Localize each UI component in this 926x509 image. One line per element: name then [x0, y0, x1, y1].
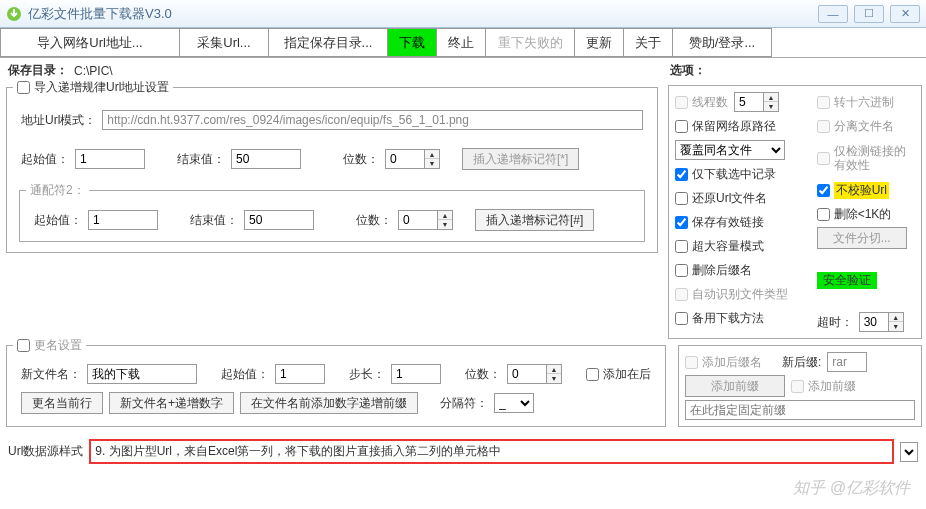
digits1-label: 位数：: [343, 151, 379, 168]
append-after-checkbox[interactable]: [586, 368, 599, 381]
watermark: 知乎 @亿彩软件: [793, 478, 910, 499]
new-ext-input[interactable]: [827, 352, 867, 372]
rename-fieldset: 更名设置 新文件名： 起始值： 步长： 位数： ▲▼ 添加在后 更名当前行 新文…: [6, 345, 666, 427]
restore-name-checkbox[interactable]: [675, 192, 688, 205]
rename-enable-checkbox[interactable]: [17, 339, 30, 352]
sep-select[interactable]: _: [494, 393, 534, 413]
timeout-spinner[interactable]: ▲▼: [859, 312, 904, 332]
digits1-spinner[interactable]: ▲▼: [385, 149, 440, 169]
end2-input[interactable]: [244, 210, 314, 230]
window-title: 亿彩文件批量下载器V3.0: [28, 5, 818, 23]
wildcard2-legend: 通配符2：: [26, 182, 89, 199]
about-button[interactable]: 关于: [623, 28, 673, 57]
datasource-row: Url数据源样式 9. 为图片型Url，来自Excel第一列，将下载的图片直接插…: [0, 431, 926, 472]
window-buttons: — ☐ ✕: [818, 5, 920, 23]
start1-label: 起始值：: [21, 151, 69, 168]
redownload-button[interactable]: 重下失败的: [485, 28, 575, 57]
to-hex-checkbox: [817, 96, 830, 109]
save-dir-label: 保存目录：: [8, 62, 68, 79]
newname-input[interactable]: [87, 364, 197, 384]
collect-url-button[interactable]: 采集Url...: [179, 28, 269, 57]
rn-step-label: 步长：: [349, 366, 385, 383]
datasource-value: 9. 为图片型Url，来自Excel第一列，将下载的图片直接插入第二列的单元格中: [95, 443, 888, 460]
newname-inc-button[interactable]: 新文件名+递增数字: [109, 392, 234, 414]
rn-start-label: 起始值：: [221, 366, 269, 383]
pattern-label: 地址Url模式：: [21, 112, 96, 129]
delete-ext-checkbox[interactable]: [675, 264, 688, 277]
threads-spinner[interactable]: ▲▼: [734, 92, 779, 112]
save-dir-value: C:\PIC\: [74, 64, 113, 78]
check-only-checkbox: [817, 152, 830, 165]
add-prefix-num-button[interactable]: 在文件名前添加数字递增前缀: [240, 392, 418, 414]
end2-label: 结束值：: [190, 212, 238, 229]
overwrite-select[interactable]: 覆盖同名文件: [675, 140, 785, 160]
maximize-button[interactable]: ☐: [854, 5, 884, 23]
download-checked-checkbox[interactable]: [675, 168, 688, 181]
app-icon: [6, 6, 22, 22]
security-label[interactable]: 安全验证: [817, 272, 877, 289]
datasource-label: Url数据源样式: [8, 443, 83, 460]
datasource-box: 9. 为图片型Url，来自Excel第一列，将下载的图片直接插入第二列的单元格中: [89, 439, 894, 464]
backup-method-checkbox[interactable]: [675, 312, 688, 325]
update-button[interactable]: 更新: [574, 28, 624, 57]
threads-checkbox: [675, 96, 688, 109]
new-ext-label: 新后缀:: [782, 354, 821, 371]
rn-step-input[interactable]: [391, 364, 441, 384]
start1-input[interactable]: [75, 149, 145, 169]
delete-lt1k-checkbox[interactable]: [817, 208, 830, 221]
url-pattern-fieldset: 导入递增规律Url地址设置 地址Url模式： 起始值： 结束值： 位数： ▲▼ …: [6, 87, 658, 253]
end1-input[interactable]: [231, 149, 301, 169]
titlebar: 亿彩文件批量下载器V3.0 — ☐ ✕: [0, 0, 926, 28]
rename-current-button[interactable]: 更名当前行: [21, 392, 103, 414]
newname-label: 新文件名：: [21, 366, 81, 383]
digits2-label: 位数：: [356, 212, 392, 229]
auto-detect-checkbox: [675, 288, 688, 301]
close-button[interactable]: ✕: [890, 5, 920, 23]
rn-digits-label: 位数：: [465, 366, 501, 383]
big-capacity-checkbox[interactable]: [675, 240, 688, 253]
stop-button[interactable]: 终止: [436, 28, 486, 57]
start2-label: 起始值：: [34, 212, 82, 229]
sponsor-button[interactable]: 赞助/登录...: [672, 28, 772, 57]
end1-label: 结束值：: [177, 151, 225, 168]
timeout-label: 超时：: [817, 314, 853, 331]
insert1-button[interactable]: 插入递增标记符[*]: [462, 148, 579, 170]
download-button[interactable]: 下载: [387, 28, 437, 57]
no-verify-checkbox[interactable]: [817, 184, 830, 197]
options-title: 选项：: [664, 58, 926, 83]
url-pattern-legend: 导入递增规律Url地址设置: [34, 79, 169, 96]
rn-digits-spinner[interactable]: ▲▼: [507, 364, 562, 384]
keep-path-checkbox[interactable]: [675, 120, 688, 133]
rename-legend: 更名设置: [34, 337, 82, 354]
options-panel: 线程数 ▲▼ 保留网络原路径 覆盖同名文件 仅下载选中记录 还原Url文件名 保…: [668, 85, 922, 339]
add-ext-checkbox: [685, 356, 698, 369]
set-dir-button[interactable]: 指定保存目录...: [268, 28, 388, 57]
add-prefix-button[interactable]: 添加前缀: [685, 375, 785, 397]
sep-label: 分隔符：: [440, 395, 488, 412]
rn-start-input[interactable]: [275, 364, 325, 384]
digits2-spinner[interactable]: ▲▼: [398, 210, 453, 230]
file-split-button[interactable]: 文件分切...: [817, 227, 907, 249]
import-url-button[interactable]: 导入网络Url地址...: [0, 28, 180, 57]
url-pattern-enable-checkbox[interactable]: [17, 81, 30, 94]
insert2-button[interactable]: 插入递增标记符[#]: [475, 209, 594, 231]
toolbar: 导入网络Url地址... 采集Url... 指定保存目录... 下载 终止 重下…: [0, 28, 926, 58]
fixed-prefix-input[interactable]: [685, 400, 915, 420]
start2-input[interactable]: [88, 210, 158, 230]
keep-valid-checkbox[interactable]: [675, 216, 688, 229]
wildcard2-fieldset: 通配符2： 起始值： 结束值： 位数： ▲▼ 插入递增标记符[#]: [19, 182, 645, 242]
datasource-select[interactable]: [900, 442, 918, 462]
suffix-panel: 添加后缀名 新后缀: 添加前缀 添加前缀: [678, 345, 922, 427]
pattern-input[interactable]: [102, 110, 643, 130]
add-prefix-cb: [791, 380, 804, 393]
minimize-button[interactable]: —: [818, 5, 848, 23]
split-name-checkbox: [817, 120, 830, 133]
